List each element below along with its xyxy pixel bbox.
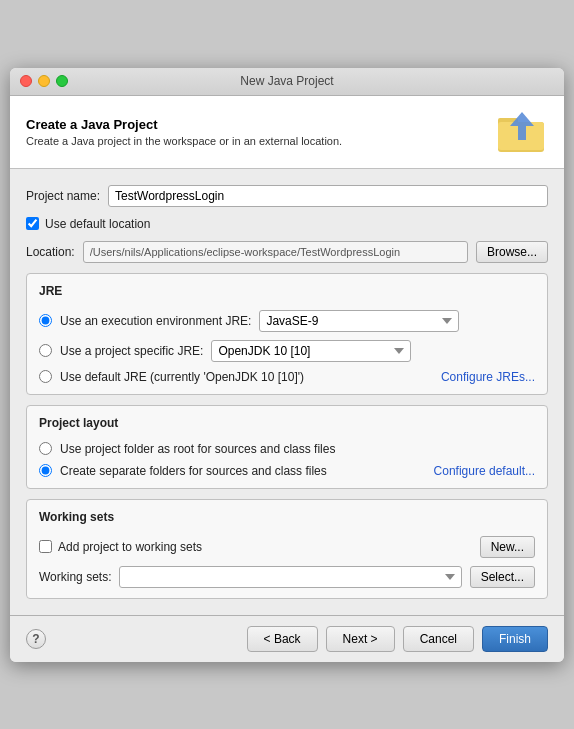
jre-section: JRE Use an execution environment JRE: Ja…	[26, 273, 548, 395]
jre-option1-dropdown[interactable]: JavaSE-9 JavaSE-10 JavaSE-11	[259, 310, 459, 332]
help-button[interactable]: ?	[26, 629, 46, 649]
browse-button[interactable]: Browse...	[476, 241, 548, 263]
jre-option3-row: Use default JRE (currently 'OpenJDK 10 […	[39, 370, 535, 384]
jre-option1-radio[interactable]	[39, 314, 52, 327]
main-window: New Java Project Create a Java Project C…	[10, 68, 564, 662]
jre-option1-row: Use an execution environment JRE: JavaSE…	[39, 310, 535, 332]
layout-option2-radio[interactable]	[39, 464, 52, 477]
close-button[interactable]	[20, 75, 32, 87]
use-default-location-label: Use default location	[45, 217, 150, 231]
location-input[interactable]	[83, 241, 468, 263]
working-sets-select-row: Working sets: Select...	[39, 566, 535, 588]
project-layout-section: Project layout Use project folder as roo…	[26, 405, 548, 489]
layout-option2-row: Create separate folders for sources and …	[39, 464, 535, 478]
jre-option2-row: Use a project specific JRE: OpenJDK 10 […	[39, 340, 535, 362]
traffic-lights	[20, 75, 68, 87]
configure-default-link[interactable]: Configure default...	[434, 464, 535, 478]
jre-option2-label: Use a project specific JRE:	[60, 344, 203, 358]
next-button[interactable]: Next >	[326, 626, 395, 652]
add-to-working-sets-row: Add project to working sets	[39, 540, 202, 554]
footer-right: < Back Next > Cancel Finish	[247, 626, 548, 652]
use-default-location-row: Use default location	[26, 217, 548, 231]
minimize-button[interactable]	[38, 75, 50, 87]
working-sets-add-row: Add project to working sets New...	[39, 536, 535, 558]
location-row: Location: Browse...	[26, 241, 548, 263]
add-working-sets-label: Add project to working sets	[58, 540, 202, 554]
working-sets-dropdown[interactable]	[119, 566, 461, 588]
project-name-input[interactable]	[108, 185, 548, 207]
working-sets-section: Working sets Add project to working sets…	[26, 499, 548, 599]
jre-option2-radio[interactable]	[39, 344, 52, 357]
layout-option1-radio[interactable]	[39, 442, 52, 455]
project-name-label: Project name:	[26, 189, 100, 203]
cancel-button[interactable]: Cancel	[403, 626, 474, 652]
project-name-row: Project name:	[26, 185, 548, 207]
jre-section-title: JRE	[39, 284, 535, 298]
window-title: New Java Project	[10, 74, 564, 88]
working-sets-label: Working sets:	[39, 570, 111, 584]
header-section: Create a Java Project Create a Java proj…	[10, 96, 564, 169]
working-sets-title: Working sets	[39, 510, 535, 524]
header-subtitle: Create a Java project in the workspace o…	[26, 135, 342, 147]
layout-option2-label: Create separate folders for sources and …	[60, 464, 327, 478]
jre-option2-dropdown[interactable]: OpenJDK 10 [10]	[211, 340, 411, 362]
layout-option1-row: Use project folder as root for sources a…	[39, 442, 535, 456]
location-label: Location:	[26, 245, 75, 259]
jre-option1-label: Use an execution environment JRE:	[60, 314, 251, 328]
jre-option3-label: Use default JRE (currently 'OpenJDK 10 […	[60, 370, 304, 384]
header-title: Create a Java Project	[26, 117, 342, 132]
layout-option1-label: Use project folder as root for sources a…	[60, 442, 335, 456]
content: Project name: Use default location Locat…	[10, 169, 564, 615]
finish-button[interactable]: Finish	[482, 626, 548, 652]
titlebar: New Java Project	[10, 68, 564, 96]
jre-option3-radio[interactable]	[39, 370, 52, 383]
select-working-set-button[interactable]: Select...	[470, 566, 535, 588]
folder-icon	[496, 108, 548, 156]
use-default-location-checkbox[interactable]	[26, 217, 39, 230]
maximize-button[interactable]	[56, 75, 68, 87]
add-working-sets-checkbox[interactable]	[39, 540, 52, 553]
new-working-set-button[interactable]: New...	[480, 536, 535, 558]
back-button[interactable]: < Back	[247, 626, 318, 652]
project-layout-title: Project layout	[39, 416, 535, 430]
header-text: Create a Java Project Create a Java proj…	[26, 117, 342, 147]
footer-left: ?	[26, 629, 46, 649]
configure-jres-link[interactable]: Configure JREs...	[441, 370, 535, 384]
footer: ? < Back Next > Cancel Finish	[10, 615, 564, 662]
